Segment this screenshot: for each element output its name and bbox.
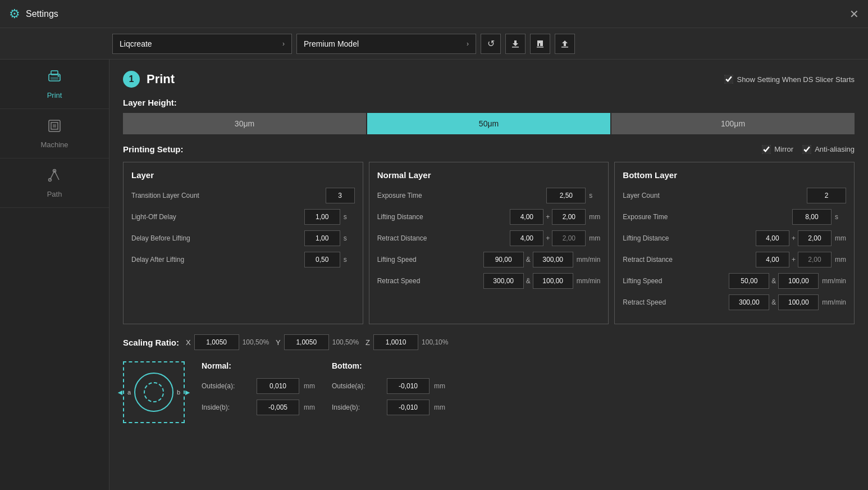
nl-liftdist-input2[interactable] [552,209,586,225]
svg-rect-4 [51,77,58,80]
bl-liftspeed-input2[interactable] [778,273,819,289]
material-dropdown[interactable]: Premium Model › [296,34,476,54]
diagram-label-a: a [127,389,131,396]
bl-retractspeed-input1[interactable] [729,294,769,310]
normal-outside-input[interactable] [257,378,299,394]
import-button[interactable] [530,34,550,54]
scaling-z: Z 100,10% [366,334,448,350]
scaling-x-input[interactable] [194,334,239,350]
mirror-checkbox[interactable] [762,145,771,154]
bl-retractspeed-input2[interactable] [778,294,819,310]
diagram-box: ◄ a b ► [123,361,185,423]
bl-exposure-input[interactable] [792,209,832,225]
nl-retractdist-input2[interactable] [552,230,586,246]
y-axis-label: Y [276,338,281,347]
bottom-outside-unit: mm [434,382,445,390]
title-bar-title: Settings [26,9,58,19]
nl-retract-dist: Retract Distance + mm [377,230,601,246]
lightoff-input[interactable] [304,209,340,225]
nl-liftspeed-input1[interactable] [483,252,524,267]
diagram-label-b: b [177,389,180,396]
bl-liftspeed-input1[interactable] [729,273,769,289]
normal-inside-input[interactable] [257,400,299,415]
bl-liftdist-input2[interactable] [798,230,832,246]
manufacturer-dropdown[interactable]: Liqcreate › [112,34,292,54]
bl-liftspeed-label: Lifting Speed [623,277,729,285]
bottom-layer-title: Bottom Layer [623,170,846,180]
sidebar-item-machine[interactable]: Machine [0,109,109,158]
show-setting-checkbox[interactable] [724,75,733,84]
bl-retractdist-input1[interactable] [756,252,789,267]
normal-layer-title: Normal Layer [377,170,601,180]
settings-gear-icon: ⚙ [9,7,20,21]
scaling-y-input[interactable] [284,334,329,350]
normal-outside-row: Outside(a): mm [202,378,315,394]
normal-fields-group: Normal: Outside(a): mm Inside(b): mm [202,361,315,415]
normal-inside-row: Inside(b): mm [202,400,315,415]
download-button[interactable] [505,34,526,54]
nl-liftspeed-input2[interactable] [533,252,573,267]
bl-liftdist-label: Lifting Distance [623,234,756,242]
bl-liftdist-input1[interactable] [756,230,789,246]
main-layout: Print Machine Path [0,60,868,490]
sidebar-print-label: Print [47,91,62,99]
bottom-outside-label: Outside(a): [332,382,382,390]
transition-input[interactable] [326,188,355,203]
layer-btn-30[interactable]: 30μm [123,113,366,134]
mirror-label[interactable]: Mirror [762,145,793,154]
y-pct: 100,50% [332,338,359,346]
layer-field-delayafter: Delay After Lifting s [131,252,355,267]
nl-retractdist-input1[interactable] [510,230,543,246]
title-bar-left: ⚙ Settings [9,7,58,21]
machine-icon [47,118,62,137]
toolbar: Liqcreate › Premium Model › ↺ [0,28,868,60]
svg-point-6 [58,75,60,77]
bottom-fields-title: Bottom: [332,361,445,370]
printing-setup-options: Mirror Anti-aliasing [762,145,855,154]
sidebar-item-path[interactable]: Path [0,158,109,208]
delayafter-input[interactable] [304,252,340,267]
layer-field-lightoff: Light-Off Delay s [131,209,355,225]
bottom-outside-input[interactable] [387,378,430,394]
bl-retractspeed-label: Retract Speed [623,298,729,306]
reset-button[interactable]: ↺ [481,34,501,54]
delayafter-unit: s [344,256,355,264]
bl-layercount-input[interactable] [807,188,846,203]
scaling-z-input[interactable] [373,334,418,350]
nl-retractspeed-input2[interactable] [533,273,573,289]
x-pct: 100,50% [243,338,269,346]
show-setting-container: Show Setting When DS Slicer Starts [724,75,855,84]
delaylifting-input[interactable] [304,230,340,246]
scaling-x: X 100,50% [186,334,269,350]
x-axis-label: X [186,338,191,347]
layer-btn-100[interactable]: 100μm [611,113,855,134]
bl-retract-speed: Retract Speed & mm/min [623,294,846,310]
sidebar-item-print[interactable]: Print [0,60,109,109]
nl-exposure-input[interactable] [546,188,586,203]
normal-inside-label: Inside(b): [202,403,252,411]
material-dropdown-arrow: › [467,40,469,48]
diagram-inner [134,373,173,412]
nl-retractspeed-input1[interactable] [483,273,524,289]
sidebar-machine-label: Machine [40,140,68,149]
normal-fields-title: Normal: [202,361,315,370]
close-button[interactable]: ✕ [849,8,859,20]
print-icon [47,69,62,88]
svg-rect-9 [53,124,56,128]
anti-aliasing-checkbox[interactable] [802,145,811,154]
bl-retract-dist: Retract Distance + mm [623,252,846,267]
lightoff-unit: s [344,213,355,221]
nl-liftdist-input1[interactable] [510,209,543,225]
anti-aliasing-label[interactable]: Anti-aliasing [802,145,855,154]
export-button[interactable] [555,34,575,54]
layer-btn-50[interactable]: 50μm [367,113,610,134]
page-header-left: 1 Print [123,71,175,88]
bottom-inside-row: Inside(b): mm [332,400,445,415]
bottom-inside-input[interactable] [387,400,430,415]
nl-exposure: Exposure Time s [377,188,601,203]
bl-exposure-label: Exposure Time [623,213,792,221]
printing-setup-header: Printing Setup: Mirror Anti-aliasing [123,144,855,154]
bottom-outside-row: Outside(a): mm [332,378,445,394]
scaling-title: Scaling Ratio: [123,338,179,347]
bl-retractdist-input2[interactable] [798,252,832,267]
